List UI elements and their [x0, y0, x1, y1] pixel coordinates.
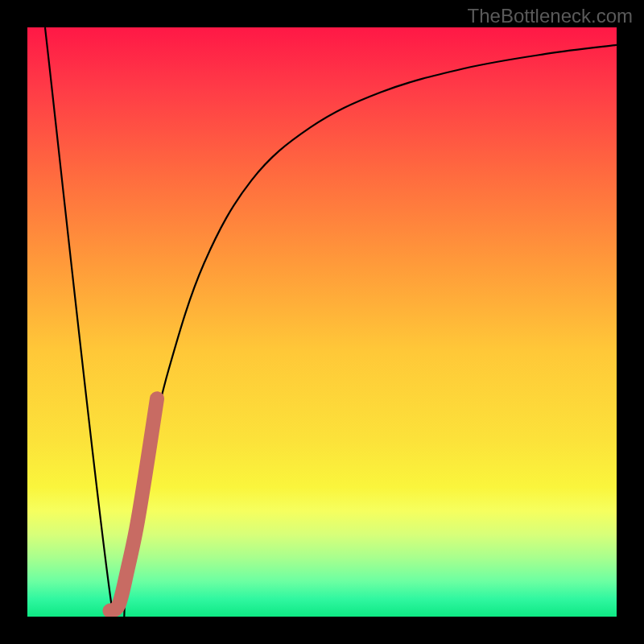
chart-svg [27, 27, 617, 617]
plot-area [27, 27, 617, 617]
watermark-text: TheBottleneck.com [468, 5, 633, 27]
highlight-segment [109, 398, 157, 611]
chart-frame: TheBottleneck.com [0, 0, 644, 644]
